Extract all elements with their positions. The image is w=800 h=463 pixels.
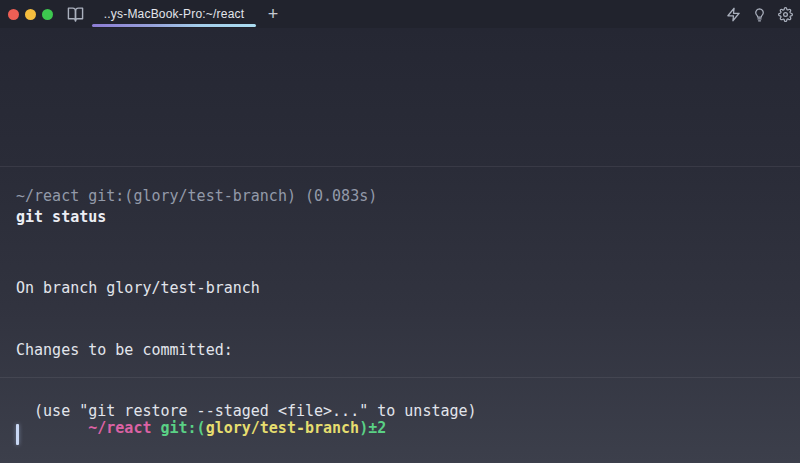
output-line: On branch glory/test-branch (16, 278, 495, 299)
command-text: git status (16, 207, 106, 228)
prompt-git-suffix: ) (359, 419, 368, 437)
prompt-git-branch: glory/test-branch (206, 419, 360, 437)
lightning-icon[interactable] (725, 6, 741, 22)
tab-active-underline (92, 24, 256, 27)
prompt-directory: ~/react (88, 419, 151, 437)
close-button[interactable] (8, 9, 19, 20)
shell-prompt: ~/reactgit:(glory/test-branch)±2 (16, 397, 386, 459)
prompt-git-prefix: git:( (160, 419, 205, 437)
output-line: Changes to be committed: (16, 340, 495, 361)
gear-icon[interactable] (777, 6, 793, 22)
traffic-lights (8, 9, 53, 20)
terminal-content[interactable]: ~/react git:(glory/test-branch) (0.083s)… (0, 28, 800, 463)
zoom-button[interactable] (42, 9, 53, 20)
new-tab-button[interactable]: + (262, 3, 284, 25)
prompt-git-changes: ±2 (368, 419, 386, 437)
titlebar-right-icons (725, 6, 793, 22)
book-open-icon[interactable] (67, 6, 84, 23)
block-divider (0, 166, 800, 167)
tab-active[interactable]: ..ys-MacBook-Pro:~/react (90, 0, 258, 28)
minimize-button[interactable] (25, 9, 36, 20)
bulb-icon[interactable] (751, 6, 767, 22)
block-divider (0, 377, 800, 378)
tab-title: ..ys-MacBook-Pro:~/react (104, 7, 245, 21)
title-bar: ..ys-MacBook-Pro:~/react + (0, 0, 800, 28)
terminal-window: ..ys-MacBook-Pro:~/react + (0, 0, 800, 463)
text-cursor[interactable] (16, 424, 19, 445)
prompt-context-line: ~/react git:(glory/test-branch) (0.083s) (16, 186, 377, 207)
